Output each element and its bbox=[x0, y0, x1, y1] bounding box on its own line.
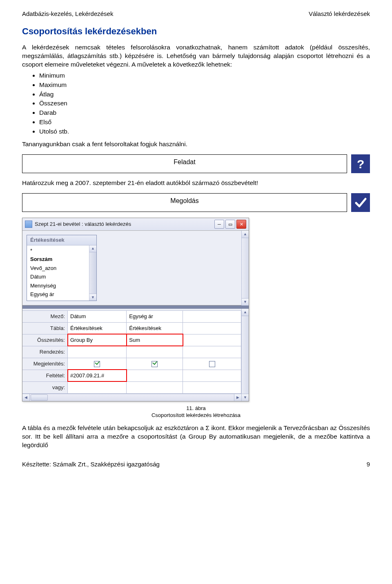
field-item[interactable]: Egység ár bbox=[30, 290, 86, 299]
scroll-left-icon[interactable]: ◀ bbox=[22, 394, 30, 401]
task-description: Határozzuk meg a 2007. szeptember 21-én … bbox=[22, 179, 370, 187]
grid-cell-show[interactable] bbox=[68, 358, 127, 370]
header-left: Adatbázis-kezelés, Lekérdezések bbox=[22, 10, 113, 18]
field-item[interactable]: Vevő_azon bbox=[30, 264, 86, 273]
grid-cell[interactable] bbox=[127, 370, 183, 381]
table-fieldlist[interactable]: Értékesítések * Sorszám Vevő_azon Dátum … bbox=[27, 235, 97, 301]
footer-left: Készítette: Számalk Zrt., Szakképzési ig… bbox=[22, 460, 160, 468]
checkbox-checked-icon[interactable] bbox=[94, 361, 100, 367]
closing-paragraph: A tábla és a mezők felvétele után bekapc… bbox=[22, 424, 370, 450]
list-item: Maximum bbox=[39, 81, 370, 89]
intro-paragraph: A lekérdezések nemcsak tételes felsorolá… bbox=[22, 43, 370, 69]
list-item: Minimum bbox=[39, 71, 370, 80]
checkbox-icon[interactable] bbox=[209, 361, 215, 367]
section-title: Csoportosítás lekérdezésekben bbox=[22, 25, 370, 38]
maximize-button[interactable]: ▭ bbox=[225, 220, 235, 229]
grid-label-tabla: Tábla: bbox=[22, 322, 68, 334]
page-footer: Készítette: Számalk Zrt., Szakképzési ig… bbox=[22, 460, 370, 468]
note-paragraph: Tananyagunkban csak a fent felsoroltakat… bbox=[22, 140, 370, 149]
scroll-right-icon[interactable]: ▶ bbox=[234, 394, 241, 401]
minimize-button[interactable]: ─ bbox=[214, 220, 224, 229]
pane-splitter[interactable] bbox=[22, 305, 249, 309]
scroll-down-icon[interactable]: ▼ bbox=[242, 298, 249, 305]
field-item[interactable]: Mennyiség bbox=[30, 281, 86, 290]
grid-cell[interactable] bbox=[183, 381, 241, 393]
figure-caption: 11. ábra Csoportosított lekérdezés létre… bbox=[22, 405, 370, 419]
solution-label-box: Megoldás bbox=[22, 193, 347, 212]
table-name: Értékesítések bbox=[27, 235, 96, 245]
grid-cell[interactable] bbox=[183, 334, 241, 346]
grid-cell[interactable] bbox=[183, 346, 241, 358]
grid-cell[interactable] bbox=[183, 322, 241, 334]
grid-label-megjelenites: Megjelenítés: bbox=[22, 358, 68, 370]
upper-pane-scrollbar[interactable]: ▲ ▼ bbox=[241, 231, 249, 305]
svg-text:?: ? bbox=[357, 157, 364, 171]
close-button[interactable]: ✕ bbox=[236, 220, 246, 229]
task-row: Feladat ? bbox=[22, 154, 370, 173]
scroll-down-icon[interactable]: ▼ bbox=[89, 294, 96, 301]
fieldlist-scrollbar[interactable]: ▲ ▼ bbox=[89, 245, 96, 301]
grid-cell-show[interactable] bbox=[183, 358, 241, 370]
grid-label-mezo: Mező: bbox=[22, 310, 68, 322]
query-designer-window: Szept 21-ei bevétel : választó lekérdezé… bbox=[22, 218, 249, 401]
header-right: Választó lekérdezések bbox=[309, 10, 370, 18]
list-item: Összesen bbox=[39, 99, 370, 108]
grid-cell[interactable]: Értékesítések bbox=[127, 322, 183, 334]
field-item[interactable]: Sorszám bbox=[30, 255, 86, 264]
footer-page-number: 9 bbox=[367, 460, 370, 468]
check-icon bbox=[351, 193, 370, 212]
grid-h-scrollbar[interactable]: ◀ ▶ bbox=[22, 394, 241, 401]
task-label-box: Feladat bbox=[22, 154, 347, 173]
page-header: Adatbázis-kezelés, Lekérdezések Választó… bbox=[22, 10, 370, 18]
field-list[interactable]: * Sorszám Vevő_azon Dátum Mennyiség Egys… bbox=[27, 245, 89, 301]
list-item: Átlag bbox=[39, 90, 370, 99]
question-icon: ? bbox=[351, 154, 370, 173]
grid-label-rendezes: Rendezés: bbox=[22, 346, 68, 358]
list-item: Darab bbox=[39, 109, 370, 117]
checkbox-checked-icon[interactable] bbox=[151, 361, 158, 367]
grid-cell-criteria[interactable]: #2007.09.21.# bbox=[68, 370, 127, 381]
grid-cell-show[interactable] bbox=[127, 358, 183, 370]
figure-number: 11. ábra bbox=[186, 405, 206, 411]
grid-cell[interactable]: Értékesítések bbox=[68, 322, 127, 334]
window-icon bbox=[25, 221, 32, 228]
grid-cell[interactable]: Dátum bbox=[68, 310, 127, 322]
grid-v-scrollbar[interactable]: ▲ ▼ bbox=[241, 309, 249, 401]
window-title: Szept 21-ei bevétel : választó lekérdezé… bbox=[35, 221, 213, 228]
field-item[interactable]: * bbox=[30, 246, 86, 255]
grid-cell[interactable] bbox=[127, 346, 183, 358]
grid-label-vagy: vagy: bbox=[22, 381, 68, 393]
grid-cell[interactable] bbox=[68, 381, 127, 393]
list-item: Első bbox=[39, 118, 370, 127]
grid-cell[interactable]: Egység ár bbox=[127, 310, 183, 322]
grid-label-osszesites: Összesítés: bbox=[22, 334, 68, 346]
grid-cell[interactable] bbox=[183, 310, 241, 322]
grid-cell[interactable] bbox=[127, 381, 183, 393]
list-item: Utolsó stb. bbox=[39, 127, 370, 136]
grid-cell[interactable] bbox=[183, 370, 241, 381]
grid-cell-groupby[interactable]: Group By bbox=[68, 334, 127, 346]
grid-cell[interactable] bbox=[68, 346, 127, 358]
figure-text: Csoportosított lekérdezés létrehozása bbox=[151, 412, 241, 418]
scroll-up-icon[interactable]: ▲ bbox=[89, 245, 96, 252]
design-grid[interactable]: Mező: Dátum Egység ár Tábla: Értékesítés… bbox=[22, 309, 241, 401]
field-item[interactable]: Dátum bbox=[30, 272, 86, 281]
scroll-up-icon[interactable]: ▲ bbox=[242, 309, 249, 316]
scroll-down-icon[interactable]: ▼ bbox=[242, 394, 249, 401]
solution-row: Megoldás bbox=[22, 193, 370, 212]
scroll-up-icon[interactable]: ▲ bbox=[242, 231, 249, 238]
scrollbar-thumb[interactable] bbox=[31, 395, 48, 401]
grid-label-feltetel: Feltétel: bbox=[22, 370, 68, 381]
operations-list: Minimum Maximum Átlag Összesen Darab Els… bbox=[22, 71, 370, 136]
grid-cell-sum[interactable]: Sum bbox=[127, 334, 183, 346]
window-titlebar[interactable]: Szept 21-ei bevétel : választó lekérdezé… bbox=[22, 218, 249, 231]
